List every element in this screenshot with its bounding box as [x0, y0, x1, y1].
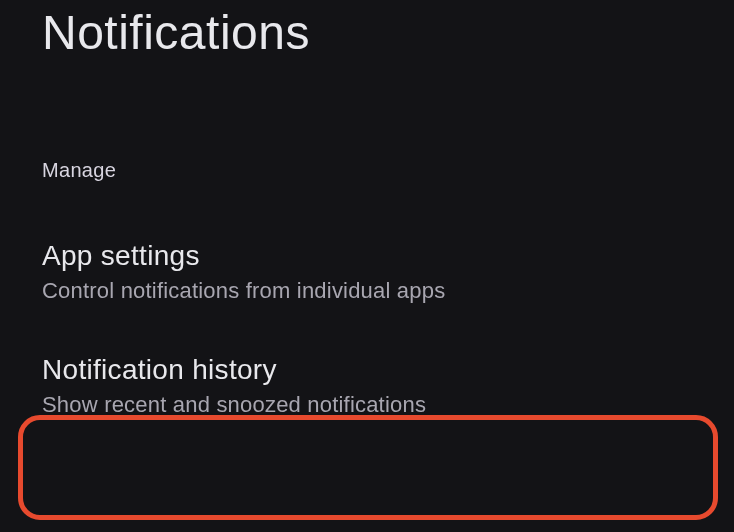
item-description: Show recent and snoozed notifications	[42, 392, 692, 418]
item-title: App settings	[42, 240, 692, 272]
settings-item-app-settings[interactable]: App settings Control notifications from …	[0, 240, 734, 304]
page-title: Notifications	[0, 0, 734, 60]
settings-item-notification-history[interactable]: Notification history Show recent and sno…	[0, 354, 734, 418]
highlight-annotation	[18, 415, 718, 520]
section-header-manage: Manage	[0, 60, 734, 182]
item-title: Notification history	[42, 354, 692, 386]
item-description: Control notifications from individual ap…	[42, 278, 692, 304]
